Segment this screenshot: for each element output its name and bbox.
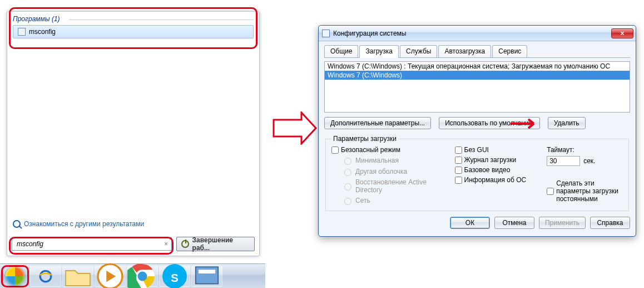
svg-point-3 — [138, 271, 147, 281]
titlebar[interactable]: Конфигурация системы × — [319, 26, 636, 41]
svg-text:S: S — [171, 272, 179, 284]
skype-icon: S — [160, 261, 190, 289]
search-icon — [13, 220, 21, 228]
cancel-button[interactable]: Отмена — [494, 217, 534, 229]
advanced-options-button[interactable]: Дополнительные параметры... — [324, 117, 431, 129]
base-video-checkbox[interactable]: Базовое видео — [455, 166, 533, 174]
see-other-results-label: Ознакомиться с другими результатами — [24, 220, 144, 228]
taskbar-item-chrome[interactable] — [127, 266, 158, 287]
search-box[interactable]: × — [12, 237, 172, 251]
taskbar-item-ie[interactable] — [30, 266, 61, 287]
app-icon — [192, 261, 222, 289]
tab-startup[interactable]: Автозагрузка — [438, 45, 491, 57]
power-icon — [181, 240, 189, 248]
taskbar-item-wmp[interactable] — [95, 266, 126, 287]
clear-search-icon[interactable]: × — [164, 240, 168, 248]
msconfig-dialog: Конфигурация системы × Общие Загрузка Сл… — [318, 25, 636, 237]
flow-arrow-icon — [273, 111, 317, 145]
boot-entry[interactable]: Windows 7 (C:\Windows) : Текущая операци… — [325, 62, 630, 71]
ie-icon — [38, 269, 53, 284]
radio-network: Сеть — [331, 196, 440, 205]
dialog-icon — [322, 30, 330, 37]
close-button[interactable]: × — [611, 28, 633, 38]
start-menu-footer: × Завершение раб... — [12, 237, 255, 251]
tabs: Общие Загрузка Службы Автозагрузка Серви… — [324, 45, 630, 58]
ok-button[interactable]: ОК — [450, 217, 490, 229]
radio-minimal: Минимальная — [331, 156, 440, 165]
windows-orb-icon — [6, 267, 24, 286]
os-info-checkbox[interactable]: Информация об ОС — [455, 176, 533, 184]
help-button[interactable]: Справка — [590, 217, 630, 229]
search-result-label: msconfig — [29, 28, 56, 36]
boot-entries-list[interactable]: Windows 7 (C:\Windows) : Текущая операци… — [324, 61, 630, 113]
boot-buttons: Дополнительные параметры... Использовать… — [324, 117, 630, 129]
no-gui-checkbox[interactable]: Без GUI — [455, 146, 533, 154]
taskbar-item-skype[interactable]: S — [159, 266, 190, 287]
apply-button[interactable]: Применить — [539, 217, 586, 229]
programs-header: Программы (1) — [7, 12, 259, 25]
radio-adrestore: Восстановление Active Directory — [331, 178, 440, 194]
safe-mode-checkbox[interactable]: Безопасный режим — [331, 146, 440, 154]
msconfig-icon — [18, 28, 26, 36]
shutdown-label: Завершение раб... — [192, 236, 250, 252]
svg-rect-7 — [199, 270, 215, 274]
folder-icon — [63, 261, 93, 289]
start-menu: Программы (1) msconfig Ознакомиться с др… — [7, 11, 260, 256]
timeout-unit: сек. — [583, 157, 595, 165]
tab-boot[interactable]: Загрузка — [359, 45, 399, 58]
dialog-footer: ОК Отмена Применить Справка — [324, 217, 630, 229]
persist-checkbox[interactable]: Сделать эти параметры загрузки постоянны… — [547, 179, 623, 203]
search-result-msconfig[interactable]: msconfig — [13, 25, 254, 38]
search-input[interactable] — [16, 240, 164, 248]
svg-rect-6 — [196, 267, 219, 284]
media-player-icon — [95, 261, 125, 289]
start-button[interactable] — [1, 265, 29, 287]
delete-button[interactable]: Удалить — [548, 117, 586, 129]
radio-altshell: Другая оболочка — [331, 167, 440, 176]
dialog-title: Конфигурация системы — [333, 30, 611, 37]
boot-options-group: Параметры загрузки Безопасный режим Мини… — [325, 135, 629, 211]
tab-general[interactable]: Общие — [324, 45, 358, 57]
chrome-icon — [127, 261, 157, 289]
svg-point-0 — [40, 271, 51, 282]
timeout-input[interactable] — [547, 156, 580, 166]
boot-options-legend: Параметры загрузки — [331, 135, 398, 143]
boot-log-checkbox[interactable]: Журнал загрузки — [455, 156, 533, 164]
shutdown-button[interactable]: Завершение раб... — [176, 237, 255, 251]
set-default-button[interactable]: Использовать по умолчанию — [439, 117, 540, 129]
taskbar-item-app[interactable] — [191, 266, 222, 287]
tab-services[interactable]: Службы — [400, 45, 437, 57]
taskbar-item-explorer[interactable] — [62, 266, 93, 287]
tab-tools[interactable]: Сервис — [492, 45, 527, 57]
taskbar: S — [0, 263, 265, 288]
boot-entry-selected[interactable]: Windows 7 (C:\Windows) — [325, 71, 630, 80]
timeout-label: Таймаут: — [547, 146, 623, 154]
dialog-client: Общие Загрузка Службы Автозагрузка Серви… — [319, 41, 636, 233]
see-other-results-link[interactable]: Ознакомиться с другими результатами — [13, 220, 144, 228]
